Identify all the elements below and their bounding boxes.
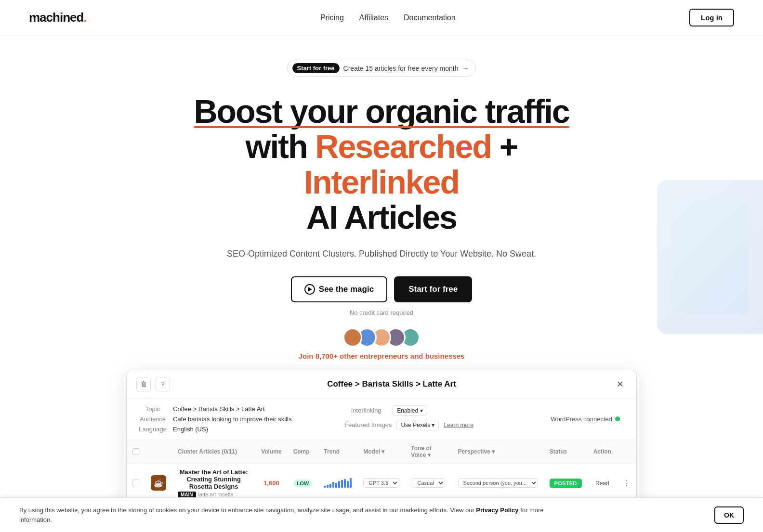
banner-arrow-icon: → <box>462 65 469 72</box>
status-0: POSTED <box>550 479 582 488</box>
bg-decoration-right2 <box>671 199 749 315</box>
no-credit-card-text: No credit card required <box>350 309 413 316</box>
logo: machined. <box>29 10 87 25</box>
help-button[interactable]: ? <box>156 377 170 391</box>
tag-main-0: MAIN <box>178 492 196 498</box>
wp-connected: WordPress connected <box>551 405 625 433</box>
tone-select-0[interactable]: Casual <box>412 478 445 488</box>
avatars-row <box>343 328 420 347</box>
model-select-0[interactable]: GPT 3.5 <box>363 478 399 488</box>
app-meta: TopicCoffee > Barista Skills > Latte Art… <box>127 399 636 440</box>
login-button[interactable]: Log in <box>689 9 734 26</box>
cookie-ok-button[interactable]: OK <box>714 506 744 524</box>
nav-links: Pricing Affiliates Documentation <box>320 13 456 22</box>
promo-banner[interactable]: Start for free Create 15 articles for fr… <box>287 60 476 77</box>
featured-images-select[interactable]: Use Pexels ▾ <box>396 420 439 430</box>
col-action: Action <box>588 440 617 464</box>
cookie-text: By using this website, you agree to the … <box>19 506 549 524</box>
col-status: Status <box>544 440 588 464</box>
col-volume: Volume <box>255 440 287 464</box>
close-button[interactable]: ✕ <box>613 377 627 391</box>
see-magic-button[interactable]: See the magic <box>291 276 387 302</box>
learn-more-link[interactable]: Learn more <box>444 422 473 428</box>
main-headline: Boost your organic traffic with Research… <box>174 94 589 235</box>
app-title: Coffee > Barista Skills > Latte Art <box>327 379 456 389</box>
avatar-0 <box>343 328 362 347</box>
app-header: 🗑 ? Coffee > Barista Skills > Latte Art … <box>127 370 636 399</box>
play-triangle <box>308 287 312 292</box>
app-meta-left: TopicCoffee > Barista Skills > Latte Art… <box>138 405 344 433</box>
col-comp: Comp <box>288 440 318 464</box>
navbar: machined. Pricing Affiliates Documentati… <box>0 0 763 36</box>
tag-keyword-0: latte art rosetta <box>198 492 234 498</box>
nav-documentation[interactable]: Documentation <box>404 13 456 22</box>
banner-text: Create 15 articles for free every month <box>343 65 459 72</box>
hero-section: Start for free Create 15 articles for fr… <box>0 36 763 532</box>
privacy-policy-link[interactable]: Privacy Policy <box>476 506 518 514</box>
col-model: Model ▾ <box>357 440 405 464</box>
banner-badge: Start for free <box>292 63 340 73</box>
app-header-icons: 🗑 ? <box>136 377 170 391</box>
start-free-button[interactable]: Start for free <box>394 276 472 302</box>
perspective-select-0[interactable]: Second person (you, you... <box>458 478 538 488</box>
cookie-banner: By using this website, you agree to the … <box>0 497 763 532</box>
join-text: Join 8,700+ other entrepreneurs and busi… <box>299 352 465 360</box>
app-meta-right: Interlinking Enabled ▾ Featured Images U… <box>344 405 551 433</box>
nav-affiliates[interactable]: Affiliates <box>359 13 388 22</box>
wp-connected-dot <box>615 416 620 421</box>
subheadline: SEO-Optimized Content Clusters. Publishe… <box>227 249 536 259</box>
col-perspective: Perspective ▾ <box>452 440 544 464</box>
comp-0: LOW <box>293 480 313 487</box>
col-title: Cluster Articles (0/11) <box>172 440 255 464</box>
select-all-checkbox[interactable] <box>132 448 139 455</box>
col-trend: Trend <box>318 440 357 464</box>
interlinking-select[interactable]: Enabled ▾ <box>393 405 427 416</box>
nav-pricing[interactable]: Pricing <box>320 13 344 22</box>
cta-group: See the magic Start for free <box>291 276 472 302</box>
play-icon <box>304 284 315 295</box>
table-row: ☕ Master the Art of Latte: Creating Stun… <box>127 463 636 503</box>
volume-0: 1,600 <box>263 480 279 487</box>
more-button-0[interactable]: ⋮ <box>623 479 631 488</box>
trend-0 <box>324 478 352 488</box>
action-read-0[interactable]: Read <box>595 480 609 487</box>
article-title-0: Master the Art of Latte: Creating Stunni… <box>178 468 250 490</box>
row-checkbox-0[interactable] <box>132 480 139 486</box>
trash-button[interactable]: 🗑 <box>136 377 151 391</box>
col-tone: Tone of Voice ▾ <box>405 440 452 464</box>
